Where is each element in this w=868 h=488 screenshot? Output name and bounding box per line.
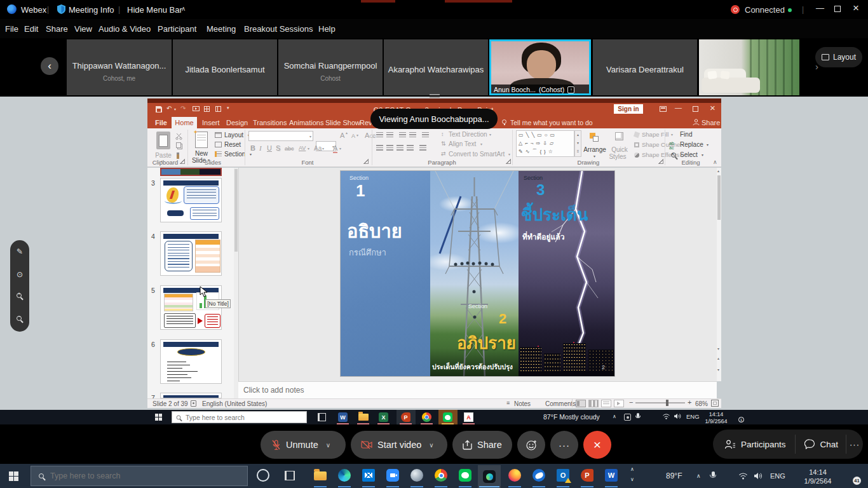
more-options-button[interactable]: ··· [550, 431, 578, 459]
taskbar-zoom-icon[interactable] [386, 469, 399, 482]
start-video-button[interactable]: Start video ∨ [351, 431, 447, 459]
language-indicator[interactable]: ENG [770, 472, 785, 480]
shared-mic-icon[interactable] [637, 413, 639, 417]
video-options-chevron-icon[interactable]: ∨ [429, 442, 433, 449]
scroll-up-icon[interactable]: ▴ [717, 168, 719, 173]
participant-tile-video[interactable] [699, 39, 799, 95]
chat-button[interactable]: Chat [796, 430, 846, 459]
table-icon[interactable] [215, 106, 221, 112]
align-left-icon[interactable] [376, 145, 383, 151]
thumbnail-slide-2-selected[interactable] [160, 168, 222, 176]
notes-pane[interactable] [238, 381, 717, 398]
ppt-minimize-icon[interactable]: — [675, 104, 682, 111]
tab-animations[interactable]: Animations [289, 119, 323, 126]
align-right-icon[interactable] [397, 145, 403, 151]
taskbar-acrobat-icon[interactable]: A [464, 412, 473, 422]
participant-tile[interactable]: Akaraphol Watcharawipas [384, 39, 488, 95]
scroll-down-icon[interactable]: ▾ [717, 346, 719, 351]
taskbar-edge-icon[interactable] [338, 469, 351, 482]
thumbnail-slide-3[interactable] [160, 178, 222, 222]
hide-menu-bar-button[interactable]: Hide Menu Bar [127, 5, 182, 15]
shared-tray-chevron-icon[interactable]: ∧ [613, 414, 616, 419]
clear-formatting-icon[interactable]: A⌫ [365, 132, 376, 139]
shared-search-box[interactable] [172, 411, 307, 423]
tellme-label[interactable]: Tell me what you want to do [510, 119, 593, 126]
view-reading-button[interactable] [601, 400, 611, 407]
hide-menu-chevron-icon[interactable]: ∧ [181, 5, 186, 12]
customize-qat-icon[interactable]: ▾ [227, 105, 229, 111]
scrollbar-thumb[interactable] [717, 175, 721, 220]
tab-insert[interactable]: Insert [202, 119, 220, 126]
participant-tile[interactable]: Varisara Deerattrakul [593, 39, 697, 95]
quick-styles-label1[interactable]: Quick [609, 146, 630, 153]
taskbar-thunderbird-icon[interactable] [532, 469, 545, 482]
redo-icon[interactable]: ↷ [180, 105, 186, 112]
underline-button[interactable]: U [267, 144, 272, 152]
tab-slide-show[interactable]: Slide Show [325, 119, 360, 126]
strikethrough-button[interactable]: abc [285, 146, 294, 152]
copy-icon[interactable] [176, 142, 181, 148]
shared-language[interactable]: ENG [686, 413, 700, 420]
thumbnail-slide-6[interactable] [160, 339, 222, 384]
text-shadow-button[interactable]: S [276, 144, 280, 152]
weather-temp[interactable]: 89°F [666, 471, 682, 480]
share-button[interactable]: Share [452, 431, 512, 459]
numbering-icon[interactable] [386, 132, 393, 138]
tab-home-active[interactable]: Home [172, 117, 197, 128]
menu-share[interactable]: Share [46, 24, 68, 34]
zoom-slider-thumb[interactable] [666, 400, 668, 406]
shrink-font-icon[interactable]: A [351, 133, 355, 139]
thumbnail-slide-4[interactable] [160, 231, 222, 276]
line-spacing-icon[interactable] [422, 132, 429, 138]
undo-icon[interactable]: ↶ [166, 105, 172, 112]
meeting-info-link[interactable]: Meeting Info [69, 5, 114, 15]
previous-slide-button[interactable]: ▴ [717, 356, 719, 360]
character-spacing-button[interactable]: AV [299, 145, 306, 151]
grid-icon[interactable] [204, 106, 210, 112]
italic-button[interactable]: I [259, 144, 262, 152]
taskbar-explorer-icon[interactable] [314, 471, 327, 480]
ppt-restore-icon[interactable] [693, 106, 698, 112]
tab-transitions[interactable]: Transitions [253, 119, 287, 126]
ppt-share-button[interactable]: Share [702, 119, 720, 126]
language-status[interactable]: English (United States) [202, 400, 267, 407]
more-panels-button[interactable]: ··· [846, 430, 863, 459]
menu-view[interactable]: View [74, 24, 92, 34]
find-button[interactable]: Find [680, 131, 692, 138]
accessibility-icon[interactable] [191, 400, 196, 407]
taskbar-scroll-down-icon[interactable]: ∨ [630, 477, 634, 482]
justify-icon[interactable] [407, 145, 414, 151]
menu-edit[interactable]: Edit [24, 24, 38, 34]
convert-smartart-button[interactable]: Convert to SmartArt [449, 151, 505, 158]
unmute-options-chevron-icon[interactable]: ∨ [326, 442, 330, 449]
shared-tray-app-icon[interactable] [624, 414, 631, 421]
taskbar-mail-icon[interactable] [362, 469, 375, 482]
taskbar-webex-icon[interactable] [483, 470, 496, 483]
taskbar-ppt-icon[interactable]: P [401, 412, 410, 422]
menu-participant[interactable]: Participant [158, 24, 196, 34]
menu-breakout-sessions[interactable]: Breakout Sessions [244, 24, 313, 34]
menu-help[interactable]: Help [318, 24, 336, 34]
sign-in-button[interactable]: Sign in [614, 104, 643, 114]
filmstrip-drag-handle[interactable] [430, 94, 440, 95]
leave-meeting-button[interactable]: × [583, 431, 611, 459]
notes-toggle[interactable]: Notes [514, 400, 531, 407]
align-center-icon[interactable] [386, 145, 393, 151]
taskbar-firefox-icon[interactable] [508, 469, 521, 482]
taskbar-chrome-icon[interactable] [422, 412, 431, 422]
bold-button[interactable]: B [250, 144, 255, 152]
shared-weather-text[interactable]: 87°F Mostly cloudy [543, 413, 600, 421]
shared-speaker-icon[interactable] [674, 413, 681, 419]
filmstrip-scroll-right-button[interactable]: › [815, 61, 818, 72]
taskbar-globalprotect-icon[interactable] [410, 469, 423, 482]
increase-indent-icon[interactable] [409, 132, 416, 138]
shared-wifi-icon[interactable] [662, 413, 670, 419]
zoom-percentage[interactable]: 68% [695, 400, 708, 407]
menu-meeting[interactable]: Meeting [207, 24, 236, 34]
speaker-icon[interactable] [754, 472, 763, 480]
taskbar-search-box[interactable] [31, 466, 248, 486]
participant-tile-active-video[interactable]: Anun Booch... (Cohost) ↑ [489, 39, 591, 95]
thumbnail-slide-7[interactable] [160, 393, 222, 398]
new-slide-label1[interactable]: New [191, 150, 212, 157]
reactions-button[interactable] [517, 431, 545, 459]
